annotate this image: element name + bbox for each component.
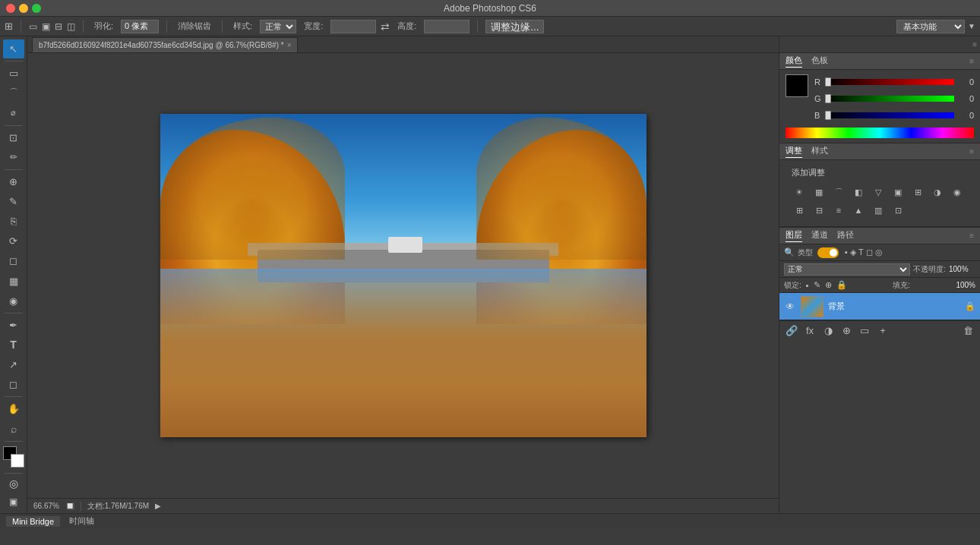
toolbar-icon-2[interactable]: ▭ <box>29 21 37 32</box>
blend-mode-select[interactable]: 正常 <box>784 263 910 276</box>
adjust-edge-button[interactable]: 调整边缘... <box>485 20 544 33</box>
text-btn[interactable]: T <box>3 336 24 354</box>
screen-mode-btn[interactable]: ▣ <box>3 494 24 510</box>
filter-shape-icon[interactable]: ◻ <box>866 247 873 257</box>
selective-adj-icon[interactable]: ⊡ <box>889 202 907 219</box>
status-arrow[interactable]: ▶ <box>155 502 161 510</box>
adj-panel-options[interactable]: ≡ <box>969 147 974 156</box>
quick-mask-btn[interactable]: ◎ <box>3 476 24 492</box>
add-mask-btn[interactable]: ◑ <box>820 324 836 338</box>
channel-mixer-adj-icon[interactable]: ⊞ <box>790 202 808 219</box>
color-swatches-display[interactable] <box>786 74 808 97</box>
channels-tab[interactable]: 通道 <box>811 229 828 242</box>
lock-all-icon[interactable]: 🔒 <box>836 280 847 290</box>
toolbar-icon-5[interactable]: ◫ <box>67 21 75 32</box>
swap-icon[interactable]: ⇄ <box>381 20 390 33</box>
timeline-tab[interactable]: 时间轴 <box>63 515 100 528</box>
lasso-tool-btn[interactable]: ⌒ <box>3 83 24 102</box>
toolbar-icon-1[interactable]: ⊞ <box>5 20 13 32</box>
threshold-adj-icon[interactable]: ▲ <box>849 202 868 219</box>
photo-filter-adj-icon[interactable]: ◉ <box>948 184 966 200</box>
layer-visibility-icon[interactable]: 👁 <box>784 301 796 313</box>
filter-pixel-icon[interactable]: ▪ <box>845 247 848 257</box>
tab-close-btn[interactable]: × <box>287 41 292 49</box>
spectrum-bar[interactable] <box>786 128 974 138</box>
r-slider[interactable] <box>825 79 954 85</box>
opacity-value[interactable]: 100% <box>949 265 975 273</box>
canvas-scroll[interactable] <box>27 53 779 498</box>
pen-btn[interactable]: ✒ <box>3 316 24 335</box>
filter-search-icon[interactable]: 🔍 <box>784 247 795 257</box>
document-tab[interactable]: b7fd5266d0160924f8201e4ad60735fae6cd345d… <box>32 37 298 52</box>
styles-tab[interactable]: 样式 <box>811 145 828 158</box>
feather-input[interactable] <box>121 20 159 33</box>
lock-pixels-icon[interactable]: ▪ <box>806 281 809 290</box>
background-color[interactable] <box>11 454 24 468</box>
style-select[interactable]: 正常 <box>260 20 296 33</box>
fill-value[interactable]: 100% <box>956 281 975 289</box>
new-group-btn[interactable]: ▭ <box>857 324 872 338</box>
filter-text-icon[interactable]: T <box>858 247 864 257</box>
main-color-swatch[interactable] <box>786 74 808 97</box>
lock-position-icon[interactable]: ⊕ <box>825 280 832 290</box>
link-layers-btn[interactable]: 🔗 <box>784 324 799 338</box>
panel-collapse-btn[interactable]: ≡ <box>972 40 977 49</box>
levels-adj-icon[interactable]: ▦ <box>810 184 828 200</box>
brightness-adj-icon[interactable]: ☀ <box>790 184 808 200</box>
adjustments-panel-header[interactable]: 调整 样式 ≡ <box>779 143 980 160</box>
toolbar-icon-4[interactable]: ⊟ <box>55 21 62 32</box>
g-slider[interactable] <box>825 96 954 102</box>
color-swatch[interactable] <box>3 446 24 467</box>
colorbalance-adj-icon[interactable]: ⊞ <box>909 184 927 200</box>
eraser-btn[interactable]: ◻ <box>3 251 24 270</box>
lock-paint-icon[interactable]: ✎ <box>814 280 820 290</box>
zoom-icon[interactable]: 🔲 <box>65 502 74 510</box>
invert-adj-icon[interactable]: ⊟ <box>810 202 828 219</box>
close-button[interactable] <box>6 4 15 13</box>
toolbar-icon-3[interactable]: ▣ <box>42 21 50 32</box>
path-selection-btn[interactable]: ↗ <box>3 355 24 374</box>
minimize-button[interactable] <box>19 4 28 13</box>
swatches-tab[interactable]: 色板 <box>811 55 828 68</box>
filter-toggle[interactable] <box>817 247 839 258</box>
exposure-adj-icon[interactable]: ◧ <box>849 184 868 200</box>
layers-panel-header[interactable]: 图层 通道 路径 ≡ <box>779 228 980 244</box>
paths-tab[interactable]: 路径 <box>837 229 854 242</box>
bw-adj-icon[interactable]: ◑ <box>928 184 947 200</box>
background-layer-row[interactable]: 👁 背景 🔒 <box>779 293 980 320</box>
posterize-adj-icon[interactable]: ≡ <box>830 202 848 219</box>
layers-panel-options[interactable]: ≡ <box>969 232 974 240</box>
hand-btn[interactable]: ✋ <box>3 399 24 418</box>
move-tool-btn[interactable]: ↖ <box>3 39 24 58</box>
maximize-button[interactable] <box>32 4 41 13</box>
filter-adj-icon[interactable]: ◈ <box>850 247 856 257</box>
b-slider[interactable] <box>825 112 954 118</box>
color-tab[interactable]: 颜色 <box>786 55 802 68</box>
quick-select-btn[interactable]: ⌀ <box>3 103 24 122</box>
workspace-select[interactable]: 基本功能 <box>896 20 965 33</box>
color-panel-options[interactable]: ≡ <box>969 57 974 65</box>
gradient-btn[interactable]: ▦ <box>3 271 24 290</box>
clone-btn[interactable]: ⎘ <box>3 212 24 231</box>
color-panel-header[interactable]: 颜色 色板 ≡ <box>779 53 980 70</box>
delete-layer-btn[interactable]: 🗑 <box>960 324 975 338</box>
gradmap-adj-icon[interactable]: ▥ <box>869 202 887 219</box>
marquee-rect-btn[interactable]: ▭ <box>3 64 24 83</box>
brush-btn[interactable]: ✎ <box>3 192 24 211</box>
mini-bridge-tab[interactable]: Mini Bridge <box>6 516 60 527</box>
healing-btn[interactable]: ⊕ <box>3 172 24 191</box>
width-input[interactable] <box>330 20 376 33</box>
new-layer-btn[interactable]: + <box>875 324 890 338</box>
shape-btn[interactable]: ◻ <box>3 375 24 394</box>
vibrance-adj-icon[interactable]: ▽ <box>869 184 887 200</box>
curves-adj-icon[interactable]: ⌒ <box>830 184 848 200</box>
hue-adj-icon[interactable]: ▣ <box>889 184 907 200</box>
adjustments-tab[interactable]: 调整 <box>786 145 802 158</box>
window-controls[interactable] <box>6 4 41 13</box>
history-btn[interactable]: ⟳ <box>3 232 24 250</box>
height-input[interactable] <box>424 20 469 33</box>
crop-tool-btn[interactable]: ⊡ <box>3 128 24 147</box>
new-adj-layer-btn[interactable]: ⊕ <box>839 324 854 338</box>
add-style-btn[interactable]: fx <box>802 324 817 338</box>
filter-smart-icon[interactable]: ◎ <box>875 247 883 257</box>
